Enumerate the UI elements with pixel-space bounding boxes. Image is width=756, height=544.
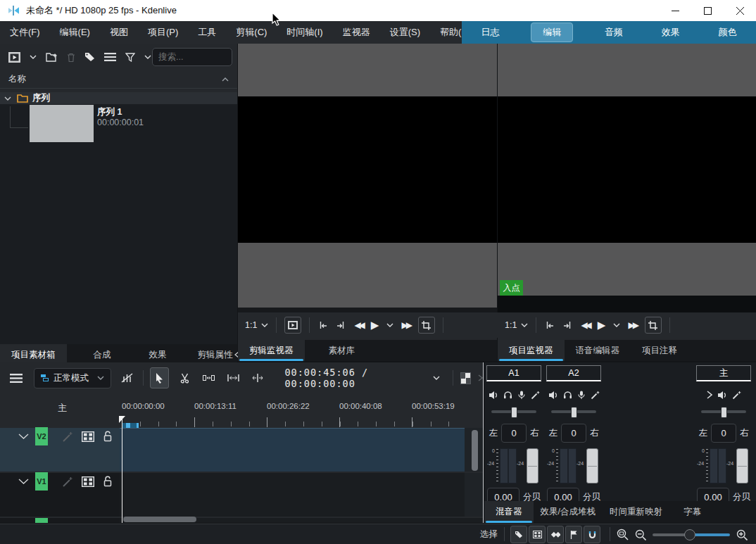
tab-time-remap[interactable]: 时间重新映射	[603, 501, 669, 523]
close-button[interactable]	[724, 0, 756, 21]
menu-monitor[interactable]: 监视器	[333, 21, 380, 44]
new-folder-icon[interactable]	[46, 52, 58, 62]
track-row-v1[interactable]: V1	[0, 473, 483, 517]
timeline-mode-select[interactable]: 正常模式	[34, 368, 111, 388]
balance-value[interactable]: 0	[711, 424, 736, 443]
video-track-icon[interactable]	[82, 431, 94, 442]
razor-tool-button[interactable]	[176, 368, 194, 388]
bin-folder-row[interactable]: 序列	[0, 92, 237, 104]
minimize-button[interactable]	[659, 0, 691, 21]
workspace-tab-effects[interactable]: 效果	[655, 24, 687, 41]
go-to-in-point-icon[interactable]	[544, 321, 555, 329]
forward-button[interactable]: ▶▶	[401, 321, 410, 329]
rewind-button[interactable]: ◀◀	[581, 321, 589, 329]
clip-monitor-seekbar[interactable]	[238, 308, 497, 312]
zone-mode-button[interactable]	[645, 317, 662, 334]
timeline-horizontal-scrollbar[interactable]	[123, 517, 196, 522]
filter-icon[interactable]	[125, 53, 135, 62]
track-collapse-chevron-icon[interactable]	[18, 479, 29, 484]
workspace-tab-editing[interactable]: 编辑	[531, 23, 573, 42]
zoom-out-icon[interactable]	[635, 529, 646, 540]
slip-tool-button[interactable]	[249, 368, 267, 388]
timeline-zoom-slider[interactable]	[653, 529, 730, 540]
timeline-ruler[interactable]: 00:00:00:00 00:00:13:11 00:00:26:22 00:0…	[120, 393, 465, 427]
timecode-chevron-icon[interactable]	[433, 376, 440, 380]
go-to-out-point-icon[interactable]	[562, 321, 573, 329]
track-header-v1[interactable]: V1	[0, 473, 120, 517]
menu-view[interactable]: 视图	[100, 21, 138, 44]
rewind-button[interactable]: ◀◀	[354, 321, 363, 329]
zoom-fit-icon[interactable]	[617, 529, 629, 540]
zone-handle[interactable]	[126, 423, 130, 428]
project-monitor-seekbar[interactable]	[498, 296, 756, 312]
project-monitor-zoom-select[interactable]: 1:1	[505, 320, 528, 330]
bin-clip-row[interactable]: 序列 1 00:00:00:01	[0, 104, 237, 143]
timeline-timecode[interactable]: 00:00:45:06 / 00:00:00:00	[284, 367, 425, 389]
forward-button[interactable]: ▶▶	[628, 321, 636, 329]
record-mic-icon[interactable]	[577, 391, 586, 400]
tab-project-monitor[interactable]: 项目监视器	[498, 340, 565, 361]
menu-timeline[interactable]: 时间轴(I)	[277, 21, 332, 44]
workspace-tab-audio[interactable]: 音频	[598, 24, 630, 41]
tab-project-notes[interactable]: 项目注释	[631, 340, 688, 361]
play-options-chevron-icon[interactable]	[613, 323, 620, 327]
clip-in-timeline-button[interactable]	[284, 317, 301, 334]
tab-effect-stack[interactable]: 效果/合成堆栈	[534, 501, 603, 523]
track-effects-wand-icon[interactable]	[62, 431, 73, 443]
tab-clip-monitor[interactable]: 剪辑监视器	[238, 340, 305, 361]
menu-file[interactable]: 文件(F)	[0, 21, 50, 44]
expand-chevron-icon[interactable]	[707, 391, 712, 399]
tags-toggle-button[interactable]	[510, 526, 527, 543]
track-header-v2[interactable]: V2	[0, 428, 120, 472]
balance-value[interactable]: 0	[501, 424, 527, 443]
mute-icon[interactable]	[548, 391, 558, 400]
folder-expander-chevron-icon[interactable]	[4, 96, 11, 101]
mixer-strip-title[interactable]: A2	[546, 365, 601, 381]
panel-splitter[interactable]	[483, 362, 484, 523]
effects-wand-icon[interactable]	[732, 391, 741, 400]
maximize-button[interactable]	[691, 0, 724, 21]
zoom-slider-handle[interactable]	[684, 529, 695, 540]
menu-tools[interactable]: 工具	[188, 21, 226, 44]
track-badge-v2[interactable]: V2	[35, 427, 48, 445]
effects-wand-icon[interactable]	[591, 391, 600, 400]
ripple-tool-button[interactable]	[225, 368, 242, 388]
clip-monitor-zoom-select[interactable]: 1:1	[245, 320, 268, 330]
tab-speech-editor[interactable]: 语音编辑器	[565, 340, 631, 361]
add-clip-chevron-icon[interactable]	[30, 55, 37, 59]
lock-icon[interactable]	[103, 431, 113, 442]
menu-project[interactable]: 项目(P)	[138, 21, 188, 44]
volume-fader[interactable]	[736, 448, 748, 483]
go-to-out-point-icon[interactable]	[336, 321, 346, 329]
track-badge-v1[interactable]: V1	[35, 472, 48, 491]
pan-slider[interactable]	[695, 405, 752, 418]
pan-slider[interactable]	[486, 405, 542, 418]
workspace-tab-color[interactable]: 颜色	[712, 24, 744, 41]
tag-icon[interactable]	[84, 52, 95, 62]
track-content-v2[interactable]	[120, 428, 465, 472]
track-row-v2[interactable]: V2	[0, 428, 483, 472]
tab-subtitles[interactable]: 字幕	[669, 501, 715, 523]
record-mic-icon[interactable]	[517, 391, 526, 400]
bin-search-input[interactable]	[152, 48, 232, 66]
zoom-in-icon[interactable]	[736, 529, 748, 540]
pan-slider[interactable]	[546, 405, 602, 418]
snap-magnet-toggle-button[interactable]	[584, 526, 600, 543]
effects-wand-icon[interactable]	[531, 391, 540, 400]
video-track-icon[interactable]	[82, 476, 94, 487]
balance-value[interactable]: 0	[561, 424, 586, 443]
add-clip-icon[interactable]	[8, 52, 20, 63]
playhead-line[interactable]	[122, 417, 123, 523]
track-collapse-chevron-icon[interactable]	[18, 434, 29, 439]
spacer-tool-button[interactable]	[201, 368, 218, 388]
solo-headphones-icon[interactable]	[563, 391, 572, 399]
timeline-zone-bar[interactable]	[122, 423, 139, 428]
thumbnails-toggle-button[interactable]	[529, 526, 546, 543]
menu-edit[interactable]: 编辑(E)	[50, 21, 100, 44]
keyframes-toggle-button[interactable]	[547, 526, 564, 543]
mixer-strip-title[interactable]: 主	[696, 365, 751, 381]
mixer-strip-title[interactable]: A1	[486, 365, 541, 381]
timeline-menu-icon[interactable]	[10, 374, 23, 383]
menu-settings[interactable]: 设置(S)	[380, 21, 430, 44]
transparency-toggle-icon[interactable]	[460, 372, 471, 384]
